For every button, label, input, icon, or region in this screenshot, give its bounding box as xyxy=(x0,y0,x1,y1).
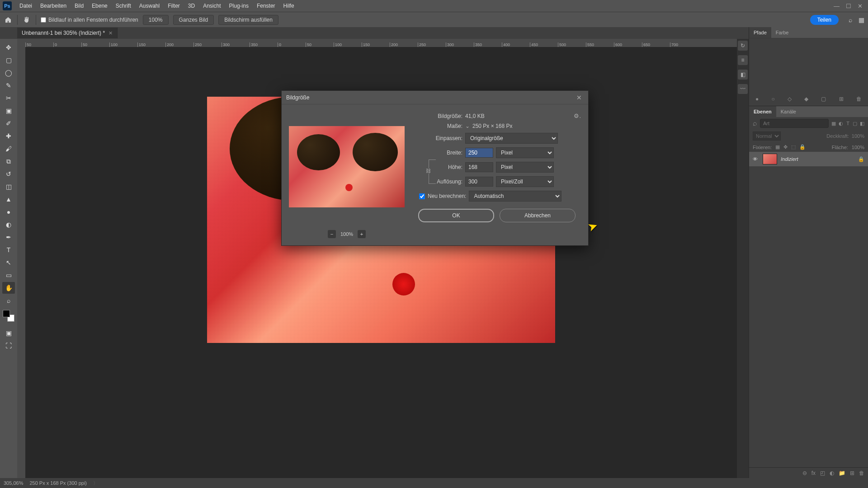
edit-mode-icon[interactable]: ▣ xyxy=(2,327,15,339)
scroll-all-windows-checkbox[interactable]: Bildlauf in allen Fenstern durchführen xyxy=(41,17,138,23)
close-tab-icon[interactable]: ✕ xyxy=(108,30,113,36)
window-minimize-icon[interactable]: — xyxy=(834,3,840,9)
layer-row[interactable]: 👁 Indiziert 🔒 xyxy=(749,152,868,166)
menu-datei[interactable]: Datei xyxy=(15,3,36,9)
adjustment-layer-icon[interactable]: ◐ xyxy=(830,470,834,476)
zoom-level-button[interactable]: 100% xyxy=(143,15,169,25)
menu-auswahl[interactable]: Auswahl xyxy=(135,3,164,9)
cancel-button[interactable]: Abbrechen xyxy=(500,209,576,222)
fit-to-select[interactable]: Originalgröße xyxy=(465,133,558,144)
stamp-tool-icon[interactable]: ⧉ xyxy=(2,155,15,167)
window-close-icon[interactable]: ✕ xyxy=(858,3,863,9)
hand-tool-icon[interactable] xyxy=(22,15,31,24)
ok-button[interactable]: OK xyxy=(418,209,494,222)
filter-type-icon[interactable]: T xyxy=(846,120,850,127)
lock-pixels-icon[interactable]: ▦ xyxy=(775,144,780,150)
adjustments-panel-icon[interactable]: ◧ xyxy=(738,70,748,80)
workspace-icon[interactable]: ▦ xyxy=(859,16,864,23)
eyedropper-tool-icon[interactable]: ✐ xyxy=(2,117,15,129)
lock-all-icon[interactable]: 🔒 xyxy=(799,144,806,150)
blend-mode-select[interactable]: Normal xyxy=(753,131,781,141)
eraser-tool-icon[interactable]: ◫ xyxy=(2,181,15,192)
heal-tool-icon[interactable]: ✚ xyxy=(2,130,15,142)
opacity-value[interactable]: 100% xyxy=(852,133,864,139)
tab-farbe[interactable]: Farbe xyxy=(771,27,793,38)
resample-select[interactable]: Automatisch xyxy=(469,191,561,202)
link-layers-icon[interactable]: ⊖ xyxy=(802,470,807,476)
new-path-icon[interactable]: ⊞ xyxy=(839,96,844,102)
dodge-tool-icon[interactable]: ◐ xyxy=(2,219,15,230)
visibility-icon[interactable]: 👁 xyxy=(753,156,759,162)
zoom-out-icon[interactable]: − xyxy=(328,230,336,238)
blur-tool-icon[interactable]: ● xyxy=(2,206,15,218)
menu-filter[interactable]: Filter xyxy=(164,3,184,9)
layer-filter-input[interactable] xyxy=(760,119,829,128)
resolution-unit-select[interactable]: Pixel/Zoll xyxy=(496,176,554,187)
document-tab[interactable]: Unbenannt-1 bei 305% (Indiziert) * ✕ xyxy=(17,28,118,38)
screen-mode-icon[interactable]: ⛶ xyxy=(2,340,15,352)
dialog-close-icon[interactable]: ✕ xyxy=(575,93,584,102)
status-zoom[interactable]: 305,06% xyxy=(4,480,23,486)
filter-pixel-icon[interactable]: ▦ xyxy=(831,120,836,127)
fit-screen-button[interactable]: Ganzes Bild xyxy=(173,15,214,25)
path-combine-icon[interactable]: ◇ xyxy=(788,96,792,102)
history-panel-icon[interactable]: ↻ xyxy=(738,41,748,51)
status-arrow-icon[interactable]: 〉 xyxy=(93,480,98,487)
menu-bearbeiten[interactable]: Bearbeiten xyxy=(36,3,71,9)
libraries-panel-icon[interactable]: 〰 xyxy=(738,84,748,94)
gradient-tool-icon[interactable]: ▲ xyxy=(2,193,15,205)
menu-ebene[interactable]: Ebene xyxy=(88,3,112,9)
fill-screen-button[interactable]: Bildschirm ausfüllen xyxy=(218,15,278,25)
path-select-icon[interactable]: ◆ xyxy=(804,96,808,102)
fill-value[interactable]: 100% xyxy=(852,145,864,150)
width-unit-select[interactable]: Pixel xyxy=(496,147,554,158)
window-maximize-icon[interactable]: ☐ xyxy=(846,3,851,9)
filter-shape-icon[interactable]: ▢ xyxy=(853,120,857,127)
tab-ebenen[interactable]: Ebenen xyxy=(749,106,776,117)
delete-path-icon[interactable]: 🗑 xyxy=(856,96,862,102)
menu-fenster[interactable]: Fenster xyxy=(253,3,279,9)
zoom-in-icon[interactable]: + xyxy=(358,230,366,238)
height-input[interactable] xyxy=(465,162,493,172)
move-tool-icon[interactable]: ✥ xyxy=(2,42,15,53)
path-mask-icon[interactable]: ▢ xyxy=(821,96,826,102)
color-swatches[interactable] xyxy=(3,310,14,322)
menu-ansicht[interactable]: Ansicht xyxy=(199,3,225,9)
marquee-tool-icon[interactable]: ▢ xyxy=(2,54,15,66)
new-layer-icon[interactable]: ⊞ xyxy=(850,470,854,476)
width-input[interactable] xyxy=(465,148,493,158)
resample-checkbox[interactable] xyxy=(419,193,425,199)
history-brush-tool-icon[interactable]: ↺ xyxy=(2,168,15,180)
lasso-tool-icon[interactable]: ◯ xyxy=(2,67,15,79)
type-tool-icon[interactable]: T xyxy=(2,244,15,256)
lock-artboard-icon[interactable]: ⬚ xyxy=(791,144,796,150)
layer-lock-icon[interactable]: 🔒 xyxy=(858,156,864,162)
shape-tool-icon[interactable]: ▭ xyxy=(2,269,15,281)
hand-tool-icon[interactable]: ✋ xyxy=(2,282,15,294)
height-unit-select[interactable]: Pixel xyxy=(496,162,554,173)
layer-name[interactable]: Indiziert xyxy=(781,156,854,162)
layer-mask-icon[interactable]: ◰ xyxy=(820,470,825,476)
frame-tool-icon[interactable]: ▣ xyxy=(2,105,15,117)
crop-tool-icon[interactable]: ✂ xyxy=(2,92,15,104)
wand-tool-icon[interactable]: ✎ xyxy=(2,80,15,91)
menu-plugins[interactable]: Plug-ins xyxy=(225,3,253,9)
menu-hilfe[interactable]: Hilfe xyxy=(279,3,298,9)
search-icon[interactable]: ⌕ xyxy=(849,16,852,23)
delete-layer-icon[interactable]: 🗑 xyxy=(859,470,864,476)
lock-position-icon[interactable]: ✥ xyxy=(783,144,788,150)
filter-smart-icon[interactable]: ◧ xyxy=(860,120,864,127)
zoom-tool-icon[interactable]: ⌕ xyxy=(2,295,15,306)
path-stroke-icon[interactable]: ○ xyxy=(772,96,775,102)
preview-image[interactable] xyxy=(289,126,405,207)
path-fill-icon[interactable]: ● xyxy=(755,96,759,102)
tab-kanaele[interactable]: Kanäle xyxy=(776,106,801,117)
brush-tool-icon[interactable]: 🖌 xyxy=(2,143,15,155)
dimensions-dropdown-icon[interactable]: ⌄ xyxy=(465,123,470,129)
path-tool-icon[interactable]: ↖ xyxy=(2,257,15,268)
dialog-titlebar[interactable]: Bildgröße ✕ xyxy=(282,91,588,104)
pen-tool-icon[interactable]: ✒ xyxy=(2,231,15,243)
menu-bild[interactable]: Bild xyxy=(71,3,88,9)
layer-thumbnail[interactable] xyxy=(763,154,777,164)
filter-adjust-icon[interactable]: ◐ xyxy=(839,120,843,127)
